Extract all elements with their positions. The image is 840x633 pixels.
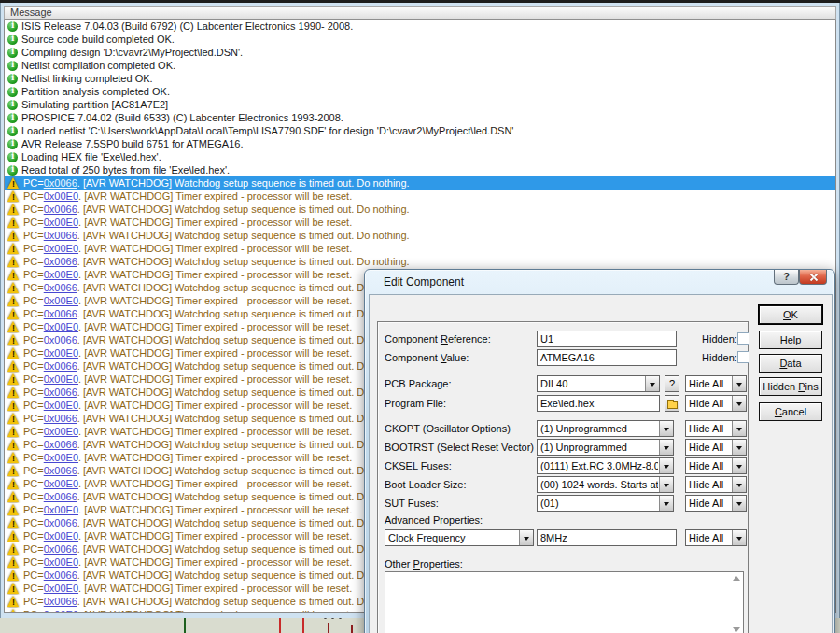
data-button[interactable]: Data bbox=[759, 354, 822, 373]
log-row[interactable]: Source code build completed OK. bbox=[5, 33, 835, 46]
pc-address-link[interactable]: 0x00E0 bbox=[44, 556, 78, 568]
pc-address-link[interactable]: 0x0066 bbox=[44, 230, 77, 241]
pc-address-link[interactable]: 0x0066 bbox=[44, 334, 77, 345]
pc-address-link[interactable]: 0x0066 bbox=[44, 387, 77, 398]
component-reference-input[interactable] bbox=[537, 331, 677, 347]
pcb-package-hide-select[interactable]: Hide All bbox=[685, 375, 747, 392]
cksel-hide-select[interactable]: Hide All bbox=[685, 457, 747, 474]
log-row[interactable]: Compiling design 'D:\cvavr2\MyProject\le… bbox=[5, 46, 835, 59]
pc-address-link[interactable]: 0x0066 bbox=[44, 360, 77, 372]
chevron-down-icon[interactable] bbox=[732, 421, 746, 436]
browse-file-button[interactable] bbox=[665, 395, 679, 412]
chevron-down-icon[interactable] bbox=[732, 530, 746, 545]
advanced-property-value-input[interactable] bbox=[537, 529, 677, 546]
component-value-input[interactable] bbox=[537, 349, 677, 366]
chevron-down-icon[interactable] bbox=[732, 440, 746, 455]
log-row[interactable]: PROSPICE 7.04.02 (Build 6533) (C) Labcen… bbox=[5, 111, 835, 124]
chevron-down-icon[interactable] bbox=[732, 376, 746, 391]
pc-address-link[interactable]: 0x0066 bbox=[44, 465, 77, 476]
dialog-help-button[interactable]: ? bbox=[774, 270, 799, 285]
log-row[interactable]: Netlist compilation completed OK. bbox=[5, 59, 835, 72]
value-hidden-checkbox[interactable] bbox=[737, 351, 749, 363]
pc-address-link[interactable]: 0x0066 bbox=[44, 543, 77, 555]
dialog-close-button[interactable] bbox=[799, 270, 827, 285]
log-row[interactable]: ISIS Release 7.04.03 (Build 6792) (C) La… bbox=[5, 20, 835, 33]
pc-address-link[interactable]: 0x0066 bbox=[44, 491, 77, 502]
pc-address-link[interactable]: 0x00E0 bbox=[44, 243, 78, 254]
sut-fuses-hide-select[interactable]: Hide All bbox=[685, 495, 747, 512]
cksel-select[interactable]: (0111) Ext.RC 3.0MHz-8.0MHz bbox=[537, 457, 674, 474]
ckopt-hide-select[interactable]: Hide All bbox=[685, 420, 747, 437]
chevron-down-icon[interactable] bbox=[659, 477, 673, 492]
pc-address-link[interactable]: 0x0066 bbox=[44, 282, 77, 293]
log-row[interactable]: Partition analysis completed OK. bbox=[5, 85, 835, 98]
pc-address-link[interactable]: 0x00E0 bbox=[44, 217, 78, 228]
scroll-down-icon[interactable] bbox=[733, 627, 740, 632]
chevron-down-icon[interactable] bbox=[645, 376, 659, 391]
reference-hidden-checkbox[interactable] bbox=[737, 332, 749, 345]
program-file-input[interactable] bbox=[537, 395, 660, 412]
hidden-pins-button[interactable]: Hidden Pins bbox=[759, 377, 822, 396]
pc-address-link[interactable]: 0x00E0 bbox=[44, 373, 78, 385]
pc-address-link[interactable]: 0x00E0 bbox=[44, 400, 78, 411]
pc-address-link[interactable]: 0x00E0 bbox=[44, 347, 78, 359]
pc-address-link[interactable]: 0x00E0 bbox=[44, 190, 78, 202]
log-row[interactable]: PC=0x00E0. [AVR WATCHDOG] Timer expired … bbox=[5, 190, 835, 203]
pc-address-link[interactable]: 0x0066 bbox=[44, 517, 77, 528]
pc-address-link[interactable]: 0x00E0 bbox=[44, 583, 78, 594]
boot-loader-size-hide-select[interactable]: Hide All bbox=[685, 476, 747, 493]
bootrst-hide-select[interactable]: Hide All bbox=[685, 439, 747, 456]
pc-address-link[interactable]: 0x0066 bbox=[44, 413, 77, 424]
pc-address-link[interactable]: 0x0066 bbox=[44, 308, 77, 319]
sut-fuses-select[interactable]: (01) bbox=[537, 495, 674, 512]
pcb-package-help-button[interactable]: ? bbox=[665, 375, 679, 392]
pc-address-link[interactable]: 0x00E0 bbox=[44, 452, 78, 463]
pc-address-link[interactable]: 0x00E0 bbox=[44, 504, 78, 515]
log-row[interactable]: Netlist linking completed OK. bbox=[5, 72, 835, 85]
cancel-button[interactable]: Cancel bbox=[759, 402, 822, 421]
chevron-down-icon[interactable] bbox=[732, 396, 746, 411]
scroll-up-icon[interactable] bbox=[733, 576, 740, 581]
ckopt-select[interactable]: (1) Unprogrammed bbox=[537, 420, 674, 437]
bootrst-select[interactable]: (1) Unprogrammed bbox=[537, 439, 674, 456]
pc-address-link[interactable]: 0x00E0 bbox=[44, 295, 78, 306]
pc-address-link[interactable]: 0x0066 bbox=[44, 596, 77, 607]
chevron-down-icon[interactable] bbox=[519, 530, 533, 545]
advanced-property-select[interactable]: Clock Frequency bbox=[385, 529, 534, 546]
pc-address-link[interactable]: 0x0066 bbox=[44, 177, 77, 189]
message-log-column-header[interactable]: Message bbox=[4, 6, 836, 20]
help-button[interactable]: Help bbox=[759, 331, 822, 349]
pc-address-link[interactable]: 0x00E0 bbox=[44, 530, 78, 542]
log-row[interactable]: PC=0x0066. [AVR WATCHDOG] Watchdog setup… bbox=[5, 255, 835, 268]
log-row[interactable]: PC=0x0066. [AVR WATCHDOG] Watchdog setup… bbox=[5, 229, 835, 242]
pcb-package-select[interactable]: DIL40 bbox=[537, 375, 660, 392]
chevron-down-icon[interactable] bbox=[732, 477, 746, 492]
chevron-down-icon[interactable] bbox=[659, 458, 673, 473]
log-row[interactable]: Read total of 250 bytes from file 'Exe\l… bbox=[5, 163, 835, 176]
pc-address-link[interactable]: 0x00E0 bbox=[44, 426, 78, 437]
chevron-down-icon[interactable] bbox=[732, 496, 746, 511]
log-row[interactable]: Loading HEX file 'Exe\led.hex'. bbox=[5, 150, 835, 163]
program-file-hide-select[interactable]: Hide All bbox=[685, 395, 747, 412]
log-row[interactable]: PC=0x00E0. [AVR WATCHDOG] Timer expired … bbox=[5, 216, 835, 229]
chevron-down-icon[interactable] bbox=[659, 496, 673, 511]
log-row[interactable]: Loaded netlist 'C:\Users\work\AppData\Lo… bbox=[5, 124, 835, 137]
advanced-property-hide-select[interactable]: Hide All bbox=[685, 529, 747, 546]
log-row[interactable]: AVR Release 7.5SP0 build 6751 for ATMEGA… bbox=[5, 137, 835, 150]
other-properties-textarea[interactable] bbox=[385, 571, 744, 633]
boot-loader-size-select[interactable]: (00) 1024 words. Starts at 0x1C00 bbox=[537, 476, 674, 493]
log-row[interactable]: Simulating partition [AC81A7E2] bbox=[5, 98, 835, 111]
pc-address-link[interactable]: 0x0066 bbox=[44, 439, 77, 450]
pc-address-link[interactable]: 0x00E0 bbox=[44, 609, 78, 613]
chevron-down-icon[interactable] bbox=[659, 421, 673, 436]
chevron-down-icon[interactable] bbox=[659, 440, 673, 455]
pc-address-link[interactable]: 0x00E0 bbox=[44, 321, 78, 332]
log-row[interactable]: PC=0x0066. [AVR WATCHDOG] Watchdog setup… bbox=[5, 176, 835, 190]
chevron-down-icon[interactable] bbox=[732, 458, 746, 473]
pc-address-link[interactable]: 0x0066 bbox=[44, 570, 77, 581]
pc-address-link[interactable]: 0x0066 bbox=[44, 204, 77, 215]
pc-address-link[interactable]: 0x00E0 bbox=[44, 478, 78, 489]
ok-button[interactable]: OK bbox=[759, 305, 822, 324]
log-row[interactable]: PC=0x0066. [AVR WATCHDOG] Watchdog setup… bbox=[5, 203, 835, 216]
pc-address-link[interactable]: 0x00E0 bbox=[44, 269, 78, 280]
